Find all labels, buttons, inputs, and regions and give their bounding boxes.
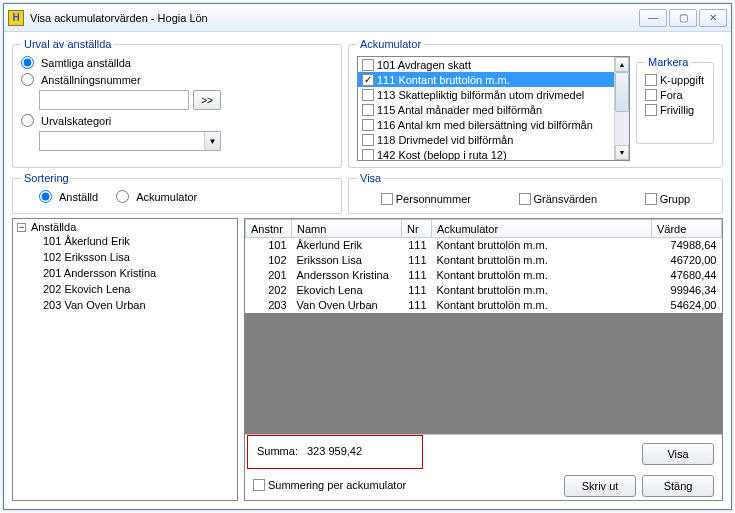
- ackumulator-item-label: 113 Skattepliktig bilförmån utom drivmed…: [377, 89, 584, 101]
- ackumulator-item[interactable]: 142 Kost (belopp i ruta 12): [358, 147, 614, 161]
- ackumulator-checkbox[interactable]: [362, 119, 374, 131]
- col-namn[interactable]: Namn: [292, 220, 402, 238]
- stang-button[interactable]: Stäng: [642, 475, 714, 497]
- table-row[interactable]: 202Ekovich Lena111Kontant bruttolön m.m.…: [246, 283, 722, 298]
- radio-kategori[interactable]: [21, 114, 34, 127]
- scroll-down-icon[interactable]: ▼: [615, 145, 629, 160]
- anstnr-arrows-button[interactable]: >>: [193, 90, 221, 110]
- check-personnummer-label: Personnummer: [396, 193, 471, 205]
- radio-sort-ack-label: Ackumulator: [136, 191, 197, 203]
- ackumulator-checkbox[interactable]: [362, 59, 374, 71]
- window-title: Visa ackumulatorvärden - Hogia Lön: [30, 12, 639, 24]
- check-gransvarden-label: Gränsvärden: [534, 193, 598, 205]
- window: H Visa ackumulatorvärden - Hogia Lön — ▢…: [3, 3, 732, 510]
- close-button[interactable]: ✕: [699, 9, 727, 27]
- markera-group: Markera K-uppgiftForaFrivillig: [636, 56, 714, 144]
- tree-item[interactable]: 201 Andersson Kristina: [43, 265, 233, 281]
- check-gransvarden[interactable]: [519, 193, 531, 205]
- ackumulator-item-label: 101 Avdragen skatt: [377, 59, 471, 71]
- sortering-group: Sortering Anställd Ackumulator: [12, 172, 342, 214]
- col-ack[interactable]: Ackumulator: [432, 220, 652, 238]
- urval-legend: Urval av anställda: [21, 38, 114, 50]
- skrivut-button[interactable]: Skriv ut: [564, 475, 636, 497]
- ackumulator-checkbox[interactable]: [362, 149, 374, 161]
- scrollbar[interactable]: ▲ ▼: [614, 57, 629, 160]
- markera-label: Frivillig: [660, 104, 694, 116]
- radio-sort-anstalld[interactable]: [39, 190, 52, 203]
- summa-label: Summa:: [257, 445, 298, 457]
- tree-item[interactable]: 101 Åkerlund Erik: [43, 233, 233, 249]
- ackumulator-item[interactable]: 116 Antal km med bilersättning vid bilfö…: [358, 117, 614, 132]
- tree-root-label: Anställda: [31, 221, 76, 233]
- col-varde[interactable]: Värde: [652, 220, 722, 238]
- markera-legend: Markera: [645, 56, 691, 68]
- visa-legend: Visa: [357, 172, 384, 184]
- ackumulator-checkbox[interactable]: ✓: [362, 74, 374, 86]
- app-icon: H: [8, 10, 24, 26]
- ackumulator-checkbox[interactable]: [362, 89, 374, 101]
- markera-label: K-uppgift: [660, 74, 704, 86]
- sortering-legend: Sortering: [21, 172, 72, 184]
- summa-area: Summa: 323 959,42 Summering per ackumula…: [245, 434, 722, 500]
- ackumulator-legend: Ackumulator: [357, 38, 424, 50]
- ackumulator-checkbox[interactable]: [362, 134, 374, 146]
- visa-button[interactable]: Visa: [642, 443, 714, 465]
- table-row[interactable]: 102Eriksson Lisa111Kontant bruttolön m.m…: [246, 253, 722, 268]
- tree-item[interactable]: 203 Van Oven Urban: [43, 297, 233, 313]
- markera-label: Fora: [660, 89, 683, 101]
- table-empty-area: [245, 313, 722, 434]
- ackumulator-item[interactable]: 118 Drivmedel vid bilförmån: [358, 132, 614, 147]
- ackumulator-item-label: 118 Drivmedel vid bilförmån: [377, 134, 513, 146]
- table-panel: Anstnr Namn Nr Ackumulator Värde 101Åker…: [244, 218, 723, 501]
- markera-checkbox[interactable]: [645, 89, 657, 101]
- anstnr-input[interactable]: [39, 90, 189, 110]
- tree-item[interactable]: 202 Ekovich Lena: [43, 281, 233, 297]
- col-anstnr[interactable]: Anstnr: [246, 220, 292, 238]
- ackumulator-item-label: 116 Antal km med bilersättning vid bilfö…: [377, 119, 593, 131]
- table-row[interactable]: 201Andersson Kristina111Kontant bruttolö…: [246, 268, 722, 283]
- maximize-button[interactable]: ▢: [669, 9, 697, 27]
- summa-value: 323 959,42: [307, 445, 362, 457]
- ackumulator-item[interactable]: ✓111 Kontant bruttolön m.m.: [358, 72, 614, 87]
- ackumulator-item[interactable]: 113 Skattepliktig bilförmån utom drivmed…: [358, 87, 614, 102]
- tree-collapse-icon[interactable]: −: [17, 223, 26, 232]
- ackumulator-list[interactable]: 101 Avdragen skatt✓111 Kontant bruttolön…: [357, 56, 630, 161]
- check-grupp[interactable]: [645, 193, 657, 205]
- check-summering-per-ack[interactable]: [253, 479, 265, 491]
- radio-samtliga[interactable]: [21, 56, 34, 69]
- ackumulator-item[interactable]: 101 Avdragen skatt: [358, 57, 614, 72]
- urval-group: Urval av anställda Samtliga anställda An…: [12, 38, 342, 168]
- ackumulator-checkbox[interactable]: [362, 104, 374, 116]
- tree-panel: − Anställda 101 Åkerlund Erik102 Eriksso…: [12, 218, 238, 501]
- radio-anstnr-label: Anställningsnummer: [41, 74, 141, 86]
- radio-anstnr[interactable]: [21, 73, 34, 86]
- ackumulator-item-label: 111 Kontant bruttolön m.m.: [377, 74, 510, 86]
- radio-kategori-label: Urvalskategori: [41, 115, 111, 127]
- check-personnummer[interactable]: [381, 193, 393, 205]
- scroll-up-icon[interactable]: ▲: [615, 57, 629, 72]
- titlebar: H Visa ackumulatorvärden - Hogia Lön — ▢…: [4, 4, 731, 32]
- markera-checkbox[interactable]: [645, 104, 657, 116]
- check-summering-label: Summering per ackumulator: [268, 479, 406, 491]
- minimize-button[interactable]: —: [639, 9, 667, 27]
- ackumulator-item-label: 142 Kost (belopp i ruta 12): [377, 149, 507, 161]
- result-table: Anstnr Namn Nr Ackumulator Värde 101Åker…: [245, 219, 722, 313]
- tree-item[interactable]: 102 Eriksson Lisa: [43, 249, 233, 265]
- col-nr[interactable]: Nr: [402, 220, 432, 238]
- chevron-down-icon: ▼: [204, 132, 220, 150]
- ackumulator-item-label: 115 Antal månader med bilförmån: [377, 104, 542, 116]
- scroll-thumb[interactable]: [615, 72, 629, 112]
- table-row[interactable]: 203Van Oven Urban111Kontant bruttolön m.…: [246, 298, 722, 313]
- radio-sort-ack[interactable]: [116, 190, 129, 203]
- ackumulator-group: Ackumulator 101 Avdragen skatt✓111 Konta…: [348, 38, 723, 168]
- radio-samtliga-label: Samtliga anställda: [41, 57, 131, 69]
- radio-sort-anstalld-label: Anställd: [59, 191, 98, 203]
- table-row[interactable]: 101Åkerlund Erik111Kontant bruttolön m.m…: [246, 238, 722, 253]
- kategori-select[interactable]: ▼: [39, 131, 221, 151]
- ackumulator-item[interactable]: 115 Antal månader med bilförmån: [358, 102, 614, 117]
- visa-group: Visa Personnummer Gränsvärden Grupp: [348, 172, 723, 214]
- markera-checkbox[interactable]: [645, 74, 657, 86]
- check-grupp-label: Grupp: [660, 193, 691, 205]
